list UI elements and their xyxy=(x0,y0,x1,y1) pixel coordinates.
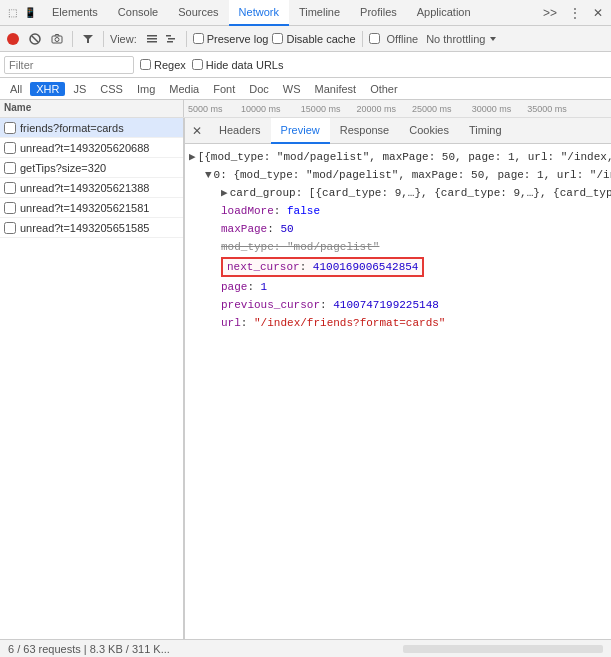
request-name: unread?t=1493205651585 xyxy=(20,222,149,234)
status-scrollbar[interactable] xyxy=(403,645,603,653)
svg-marker-4 xyxy=(83,35,93,43)
request-name: unread?t=1493205621581 xyxy=(20,202,149,214)
camera-button[interactable] xyxy=(48,30,66,48)
type-filter-css[interactable]: CSS xyxy=(94,82,129,96)
svg-rect-8 xyxy=(166,35,171,37)
hide-data-urls-checkbox[interactable] xyxy=(192,59,203,70)
type-filter-ws[interactable]: WS xyxy=(277,82,307,96)
type-filter-all[interactable]: All xyxy=(4,82,28,96)
tab-elements[interactable]: Elements xyxy=(42,0,108,26)
view-waterfall-button[interactable] xyxy=(162,30,180,48)
separator-2 xyxy=(103,31,104,47)
json-line: previous_cursor: 4100747199225148 xyxy=(189,296,607,314)
record-button[interactable] xyxy=(4,30,22,48)
tab-timeline[interactable]: Timeline xyxy=(289,0,350,26)
detail-tab-headers[interactable]: Headers xyxy=(209,118,271,144)
svg-rect-9 xyxy=(168,38,175,40)
request-checkbox[interactable] xyxy=(4,182,16,194)
disable-cache-checkbox[interactable] xyxy=(272,33,283,44)
request-checkbox[interactable] xyxy=(4,202,16,214)
waterfall-tick-4: 25000 ms xyxy=(412,104,452,114)
detail-tab-timing[interactable]: Timing xyxy=(459,118,512,144)
request-item[interactable]: unread?t=1493205651585 xyxy=(0,218,183,238)
waterfall-tick-5: 30000 ms xyxy=(472,104,512,114)
throttle-label: No throttling xyxy=(426,33,485,45)
clear-button[interactable] xyxy=(26,30,44,48)
tab-profiles[interactable]: Profiles xyxy=(350,0,407,26)
devtools-icon-1[interactable]: ⬚ xyxy=(4,5,20,21)
tab-overflow-btn[interactable]: >> xyxy=(539,6,561,20)
camera-icon xyxy=(51,33,63,45)
request-name: unread?t=1493205620688 xyxy=(20,142,149,154)
throttle-chevron-icon[interactable] xyxy=(489,35,497,43)
tab-application[interactable]: Application xyxy=(407,0,481,26)
view-list-icon xyxy=(146,33,158,45)
type-filter-js[interactable]: JS xyxy=(67,82,92,96)
regex-checkbox[interactable] xyxy=(140,59,151,70)
tab-network[interactable]: Network xyxy=(229,0,289,26)
json-line: url: "/index/friends?format=cards" xyxy=(189,314,607,332)
status-bar: 6 / 63 requests | 8.3 KB / 311 K... xyxy=(0,639,611,657)
request-item[interactable]: unread?t=1493205621388 xyxy=(0,178,183,198)
clear-icon xyxy=(29,33,41,45)
filter-bar: Regex Hide data URLs xyxy=(0,52,611,78)
record-dot xyxy=(7,33,19,45)
request-item[interactable]: getTips?size=320 xyxy=(0,158,183,178)
tab-console[interactable]: Console xyxy=(108,0,168,26)
request-checkbox[interactable] xyxy=(4,162,16,174)
network-toolbar: View: Preserve log Disable cache Offline… xyxy=(0,26,611,52)
type-filter-manifest[interactable]: Manifest xyxy=(309,82,363,96)
tab-sources[interactable]: Sources xyxy=(168,0,228,26)
json-line: loadMore: false xyxy=(189,202,607,220)
request-name: friends?format=cards xyxy=(20,122,124,134)
waterfall-header: Name 5000 ms10000 ms15000 ms20000 ms2500… xyxy=(0,100,611,118)
waterfall-tick-1: 10000 ms xyxy=(241,104,281,114)
json-line: ▶[{mod_type: "mod/pagelist", maxPage: 50… xyxy=(189,148,607,166)
type-filter-bar: AllXHRJSCSSImgMediaFontDocWSManifestOthe… xyxy=(0,78,611,100)
json-line: ▼0: {mod_type: "mod/pagelist", maxPage: … xyxy=(189,166,607,184)
detail-tab-response[interactable]: Response xyxy=(330,118,400,144)
json-line: next_cursor: 4100169006542854 xyxy=(189,256,607,278)
disable-cache-group[interactable]: Disable cache xyxy=(272,33,355,45)
detail-close-button[interactable]: ✕ xyxy=(189,123,205,139)
type-filter-media[interactable]: Media xyxy=(163,82,205,96)
view-buttons xyxy=(143,30,180,48)
waterfall-tick-3: 20000 ms xyxy=(356,104,396,114)
type-filter-font[interactable]: Font xyxy=(207,82,241,96)
type-filter-doc[interactable]: Doc xyxy=(243,82,275,96)
devtools-settings-icon[interactable]: ⋮ xyxy=(565,6,585,20)
devtools-icon-2[interactable]: 📱 xyxy=(22,5,38,21)
json-line: mod_type: "mod/pagelist" xyxy=(189,238,607,256)
offline-label: Offline xyxy=(383,33,423,45)
type-filter-other[interactable]: Other xyxy=(364,82,404,96)
view-list-button[interactable] xyxy=(143,30,161,48)
request-item[interactable]: unread?t=1493205620688 xyxy=(0,138,183,158)
hide-data-urls-group[interactable]: Hide data URLs xyxy=(192,59,284,71)
svg-line-1 xyxy=(32,36,38,42)
offline-checkbox[interactable] xyxy=(369,33,380,44)
type-filter-xhr[interactable]: XHR xyxy=(30,82,65,96)
json-line: maxPage: 50 xyxy=(189,220,607,238)
request-checkbox[interactable] xyxy=(4,142,16,154)
type-filter-img[interactable]: Img xyxy=(131,82,161,96)
detail-tab-preview[interactable]: Preview xyxy=(271,118,330,144)
waterfall-tick-2: 15000 ms xyxy=(301,104,341,114)
request-item[interactable]: friends?format=cards xyxy=(0,118,183,138)
preserve-log-checkbox[interactable] xyxy=(193,33,204,44)
waterfall-timeline-header: 5000 ms10000 ms15000 ms20000 ms25000 ms3… xyxy=(184,100,611,117)
request-item[interactable]: unread?t=1493205621581 xyxy=(0,198,183,218)
devtools-more-icon[interactable]: ✕ xyxy=(589,6,607,20)
preserve-log-group[interactable]: Preserve log xyxy=(193,33,269,45)
svg-marker-11 xyxy=(490,37,496,41)
regex-group[interactable]: Regex xyxy=(140,59,186,71)
request-checkbox[interactable] xyxy=(4,222,16,234)
detail-tab-cookies[interactable]: Cookies xyxy=(399,118,459,144)
request-checkbox[interactable] xyxy=(4,122,16,134)
request-name: getTips?size=320 xyxy=(20,162,106,174)
tab-bar: ⬚ 📱 Elements Console Sources Network Tim… xyxy=(0,0,611,26)
offline-group[interactable]: Offline xyxy=(369,33,423,45)
waterfall-tick-6: 35000 ms xyxy=(527,104,567,114)
separator-4 xyxy=(362,31,363,47)
filter-input[interactable] xyxy=(4,56,134,74)
filter-button[interactable] xyxy=(79,30,97,48)
